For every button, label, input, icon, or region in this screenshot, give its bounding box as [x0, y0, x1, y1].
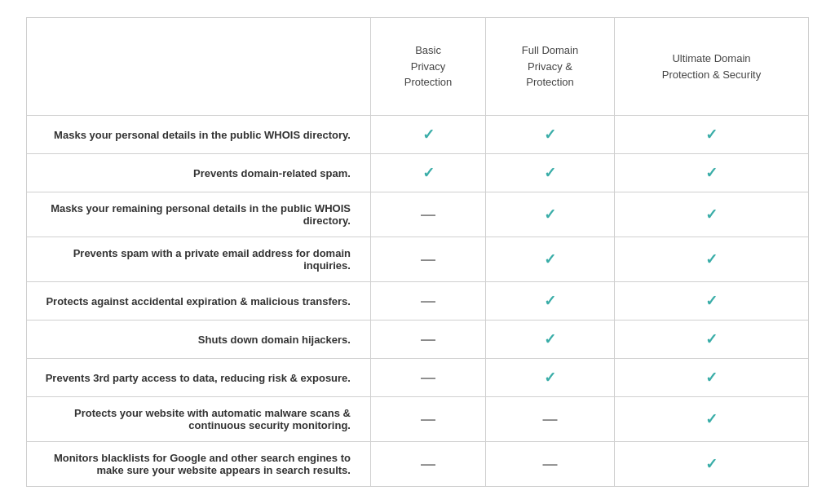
feature-cell-4: Protects against accidental expiration &… — [27, 282, 371, 321]
cell-0-col2: ✓ — [486, 116, 615, 154]
feature-cell-8: Monitors blacklists for Google and other… — [27, 442, 371, 487]
cell-8-col3: ✓ — [614, 442, 808, 487]
feature-cell-1: Prevents domain-related spam. — [27, 154, 371, 192]
cell-5-col2: ✓ — [486, 321, 615, 359]
col3-line2: Protection & Security — [662, 69, 761, 81]
cell-7-col2: — — [486, 397, 615, 442]
table-row: Prevents 3rd party access to data, reduc… — [27, 359, 809, 397]
cell-0-col3: ✓ — [614, 116, 808, 154]
feature-cell-5: Shuts down domain hijackers. — [27, 321, 371, 359]
cell-8-col2: — — [486, 442, 615, 487]
cell-5-col1: — — [370, 321, 485, 359]
cell-4-col3: ✓ — [614, 282, 808, 321]
feature-cell-2: Masks your remaining personal details in… — [27, 192, 371, 237]
feature-cell-3: Prevents spam with a private email addre… — [27, 237, 371, 282]
table-row: Masks your remaining personal details in… — [27, 192, 809, 237]
table-row: Prevents spam with a private email addre… — [27, 237, 809, 282]
cell-6-col3: ✓ — [614, 359, 808, 397]
table-row: Prevents domain-related spam.✓✓✓ — [27, 154, 809, 192]
cell-3-col3: ✓ — [614, 237, 808, 282]
table-row: Shuts down domain hijackers.—✓✓ — [27, 321, 809, 359]
comparison-table: Basic Privacy Protection Full Domain Pri… — [26, 17, 809, 487]
feature-cell-6: Prevents 3rd party access to data, reduc… — [27, 359, 371, 397]
header-col1: Basic Privacy Protection — [370, 18, 485, 116]
cell-2-col1: — — [370, 192, 485, 237]
cell-8-col1: — — [370, 442, 485, 487]
cell-1-col3: ✓ — [614, 154, 808, 192]
col3-line1: Ultimate Domain — [672, 52, 750, 64]
cell-2-col3: ✓ — [614, 192, 808, 237]
header-feature-col — [27, 18, 371, 116]
col2-line2: Privacy & — [528, 60, 572, 73]
cell-7-col1: — — [370, 397, 485, 442]
cell-0-col1: ✓ — [370, 116, 485, 154]
col1-line1: Basic — [415, 44, 441, 56]
col1-line3: Protection — [404, 76, 453, 88]
cell-4-col1: — — [370, 282, 485, 321]
table-row: Masks your personal details in the publi… — [27, 116, 809, 154]
cell-1-col2: ✓ — [486, 154, 615, 192]
feature-cell-7: Protects your website with automatic mal… — [27, 397, 371, 442]
feature-cell-0: Masks your personal details in the publi… — [27, 116, 371, 154]
col2-line1: Full Domain — [522, 44, 578, 56]
cell-3-col1: — — [370, 237, 485, 282]
cell-1-col1: ✓ — [370, 154, 485, 192]
table-row: Protects against accidental expiration &… — [27, 282, 809, 321]
cell-6-col1: — — [370, 359, 485, 397]
cell-7-col3: ✓ — [614, 397, 808, 442]
header-col2: Full Domain Privacy & Protection — [486, 18, 615, 116]
table-row: Protects your website with automatic mal… — [27, 397, 809, 442]
header-col3: Ultimate Domain Protection & Security — [614, 18, 808, 116]
cell-2-col2: ✓ — [486, 192, 615, 237]
cell-3-col2: ✓ — [486, 237, 615, 282]
cell-6-col2: ✓ — [486, 359, 615, 397]
col2-line3: Protection — [526, 76, 574, 88]
col1-line2: Privacy — [411, 60, 446, 73]
table-row: Monitors blacklists for Google and other… — [27, 442, 809, 487]
cell-4-col2: ✓ — [486, 282, 615, 321]
cell-5-col3: ✓ — [614, 321, 808, 359]
